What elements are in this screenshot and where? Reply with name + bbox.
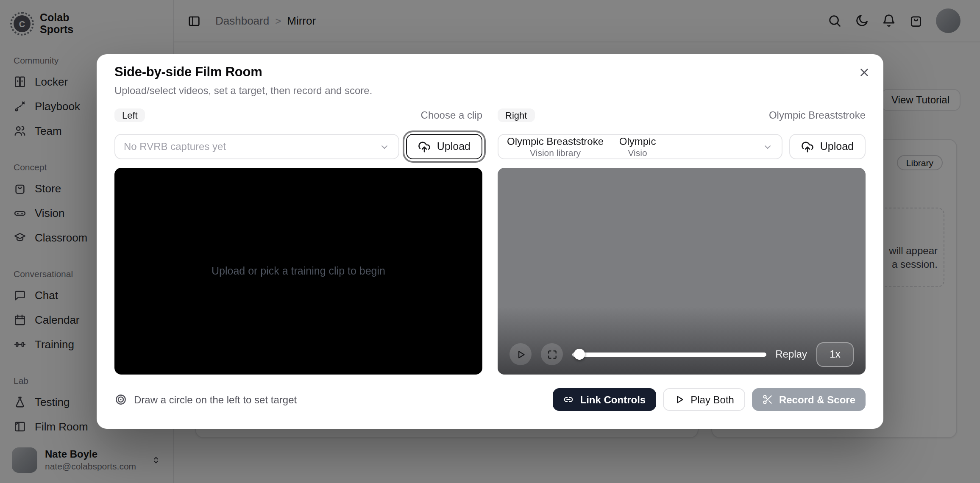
left-video-placeholder: Upload or pick a training clip to begin	[212, 265, 385, 277]
cloud-upload-icon	[418, 140, 431, 153]
option-subtitle: Visio	[628, 147, 647, 158]
chevron-down-icon	[379, 141, 390, 152]
video-controls: Replay 1x	[498, 334, 866, 375]
right-select-options: Olympic Breaststroke Vision library Olym…	[507, 135, 763, 158]
option-subtitle: Vision library	[530, 147, 581, 158]
left-select-placeholder: No RVRB captures yet	[124, 141, 226, 153]
left-video-area[interactable]: Upload or pick a training clip to begin	[114, 168, 482, 375]
seek-slider[interactable]	[572, 348, 766, 360]
scissors-icon	[762, 394, 773, 405]
close-icon[interactable]	[856, 64, 871, 80]
playback-speed-button[interactable]: 1x	[816, 342, 854, 366]
modal-actions: Link Controls Play Both Record & Score	[553, 388, 866, 411]
film-room-modal: Side-by-side Film Room Upload/select vid…	[97, 54, 883, 429]
play-both-button[interactable]: Play Both	[663, 388, 745, 411]
upload-label: Upload	[820, 141, 854, 153]
chevron-down-icon	[763, 141, 774, 152]
fullscreen-button[interactable]	[541, 343, 563, 365]
link-controls-label: Link Controls	[580, 394, 646, 405]
right-upload-button[interactable]: Upload	[790, 134, 866, 159]
record-score-button[interactable]: Record & Score	[752, 388, 866, 411]
left-select-row: No RVRB captures yet Upload	[114, 134, 482, 159]
right-column: Right Olympic Breaststroke Olympic Breas…	[498, 108, 866, 375]
right-clip-select[interactable]: Olympic Breaststroke Vision library Olym…	[498, 134, 783, 159]
left-clip-select[interactable]: No RVRB captures yet	[114, 134, 400, 159]
right-badge: Right	[498, 108, 535, 122]
right-video-area[interactable]: Replay 1x	[498, 168, 866, 375]
upload-label: Upload	[437, 141, 471, 153]
play-button[interactable]	[509, 343, 532, 365]
modal-subtitle: Upload/select videos, set a target, then…	[114, 85, 866, 97]
app: C Colab Sports Community Locker Playbook…	[0, 0, 980, 483]
option-title: Olympic	[619, 135, 656, 147]
cloud-upload-icon	[802, 140, 814, 153]
left-column-header: Left Choose a clip	[114, 108, 482, 123]
link-icon	[563, 394, 574, 405]
seek-thumb[interactable]	[574, 349, 585, 360]
right-select-row: Olympic Breaststroke Vision library Olym…	[498, 134, 866, 159]
selected-option: Olympic Breaststroke Vision library	[507, 135, 604, 158]
link-controls-button[interactable]: Link Controls	[553, 388, 656, 411]
right-column-header: Right Olympic Breaststroke	[498, 108, 866, 123]
choose-clip-hint: Choose a clip	[421, 109, 482, 121]
target-hint-text: Draw a circle on the left to set target	[134, 394, 297, 405]
left-badge: Left	[114, 108, 145, 122]
video-columns: Left Choose a clip No RVRB captures yet …	[114, 108, 866, 375]
play-icon	[674, 394, 685, 405]
seek-track	[572, 352, 766, 356]
next-option-clipped: Olympic Visio	[617, 135, 658, 158]
modal-footer: Draw a circle on the left to set target …	[114, 388, 866, 411]
replay-button[interactable]: Replay	[775, 348, 807, 360]
left-column: Left Choose a clip No RVRB captures yet …	[114, 108, 482, 375]
modal-title: Side-by-side Film Room	[114, 64, 866, 80]
left-upload-button[interactable]: Upload	[406, 134, 482, 159]
option-title: Olympic Breaststroke	[507, 135, 604, 147]
target-hint: Draw a circle on the left to set target	[114, 393, 297, 406]
target-icon	[114, 393, 127, 406]
right-clip-name: Olympic Breaststroke	[769, 109, 866, 121]
play-both-label: Play Both	[690, 394, 734, 405]
record-score-label: Record & Score	[779, 394, 855, 405]
